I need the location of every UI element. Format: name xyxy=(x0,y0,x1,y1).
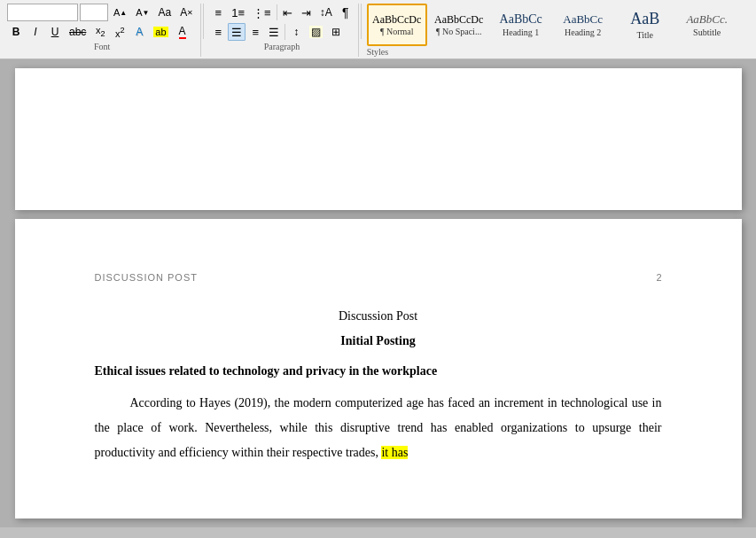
document-heading: Ethical issues related to technology and… xyxy=(95,364,662,378)
style-title-preview: AaB xyxy=(630,10,659,29)
ribbon-content: Times New Roman 12 A▲ A▼ Aa A✕ B I U abc… xyxy=(0,0,756,59)
document-subtitle: Initial Posting xyxy=(95,334,662,348)
bullets-button[interactable]: ≡ xyxy=(209,4,227,21)
style-heading1[interactable]: AaBbCc Heading 1 xyxy=(491,4,551,46)
style-nospace-preview: AaBbCcDc xyxy=(434,13,483,26)
body-paragraph-1: According to Hayes (2019), the modern co… xyxy=(95,391,662,465)
style-title-label: Title xyxy=(636,30,653,40)
font-controls-row2: B I U abc x2 x2 A ab A xyxy=(7,23,197,41)
para-row1: ≡ 1≡ ⋮≡ ⇤ ⇥ ↕A ¶ xyxy=(209,4,354,21)
eraser-icon: ✕ xyxy=(187,9,193,17)
style-subtitle[interactable]: AaBbCc. Subtitle xyxy=(677,4,737,46)
font-color-icon: A xyxy=(179,25,186,39)
font-size-input[interactable]: 12 xyxy=(80,4,108,21)
italic-button[interactable]: I xyxy=(27,23,44,41)
align-center-button[interactable]: ☰ xyxy=(228,23,246,41)
text-highlight-button[interactable]: ab xyxy=(150,23,171,41)
show-marks-button[interactable]: ¶ xyxy=(337,4,355,21)
para-styles-divider xyxy=(361,4,362,39)
styles-section: AaBbCcDc ¶ Normal AaBbCcDc ¶ No Spaci...… xyxy=(363,4,752,57)
clear-format-icon: A xyxy=(180,6,187,19)
highlighted-text: it has xyxy=(381,446,408,459)
decrease-indent-button[interactable]: ⇤ xyxy=(279,4,297,21)
strikethrough-button[interactable]: abc xyxy=(66,23,90,41)
multilevel-list-icon: ⋮≡ xyxy=(253,6,271,19)
paragraph-section-label: Paragraph xyxy=(209,41,354,51)
style-heading2-label: Heading 2 xyxy=(565,27,601,37)
style-heading1-preview: AaBbCc xyxy=(500,12,542,27)
style-normal-label: ¶ Normal xyxy=(380,27,414,36)
underline-button[interactable]: U xyxy=(46,23,64,41)
style-title[interactable]: AaB Title xyxy=(615,4,675,46)
para-divider1 xyxy=(277,4,277,20)
change-case-button[interactable]: Aa xyxy=(155,4,175,21)
decrease-indent-icon: ⇤ xyxy=(283,6,292,19)
font-controls-row1: Times New Roman 12 A▲ A▼ Aa A✕ xyxy=(7,4,197,21)
page-2: DISCUSSION POST 2 Discussion Post Initia… xyxy=(15,219,742,519)
multilevel-list-button[interactable]: ⋮≡ xyxy=(249,4,275,21)
superscript-button[interactable]: x2 xyxy=(111,23,129,41)
strikethrough-icon: abc xyxy=(69,26,86,38)
style-normal-preview: AaBbCcDc xyxy=(372,13,421,26)
ribbon: Times New Roman 12 A▲ A▼ Aa A✕ B I U abc… xyxy=(0,0,756,59)
superscript-icon: x2 xyxy=(115,26,125,39)
styles-row: AaBbCcDc ¶ Normal AaBbCcDc ¶ No Spaci...… xyxy=(367,4,749,46)
style-subtitle-label: Subtitle xyxy=(693,27,721,37)
underline-icon: U xyxy=(51,26,59,38)
text-effects-icon: A xyxy=(136,26,143,38)
subscript-button[interactable]: x2 xyxy=(91,23,109,41)
sort-button[interactable]: ↕A xyxy=(316,4,336,21)
document-area: DISCUSSION POST 2 Discussion Post Initia… xyxy=(0,59,756,527)
text-effects-button[interactable]: A xyxy=(130,23,148,41)
shading-icon: ▨ xyxy=(309,26,323,38)
shrink-font-button[interactable]: A▼ xyxy=(132,4,152,21)
shrink-font-icon: A xyxy=(136,7,142,18)
font-section-label: Font xyxy=(7,41,197,51)
shading-button[interactable]: ▨ xyxy=(306,23,326,41)
style-heading2[interactable]: AaBbCc Heading 2 xyxy=(553,4,613,46)
numbering-icon: 1≡ xyxy=(231,6,245,19)
numbering-button[interactable]: 1≡ xyxy=(228,4,248,21)
style-nospace[interactable]: AaBbCcDc ¶ No Spaci... xyxy=(429,4,489,46)
italic-icon: I xyxy=(34,26,36,38)
subscript-icon: x2 xyxy=(96,25,105,38)
shrink-icon-arrow: ▼ xyxy=(143,9,150,17)
sort-icon: ↕A xyxy=(320,6,332,19)
styles-section-label: Styles xyxy=(367,46,749,57)
justify-button[interactable]: ☰ xyxy=(265,23,283,41)
font-name-input[interactable]: Times New Roman xyxy=(7,4,78,21)
grow-font-button[interactable]: A▲ xyxy=(110,4,130,21)
change-case-icon: Aa xyxy=(159,6,172,19)
font-para-divider xyxy=(203,4,204,39)
increase-indent-icon: ⇥ xyxy=(301,6,311,19)
style-normal[interactable]: AaBbCcDc ¶ Normal xyxy=(367,4,427,46)
borders-icon: ⊞ xyxy=(331,26,340,38)
line-spacing-icon: ↕ xyxy=(293,26,299,38)
document-title: Discussion Post xyxy=(95,309,662,324)
style-heading2-preview: AaBbCc xyxy=(563,12,603,27)
line-spacing-button[interactable]: ↕ xyxy=(287,23,305,41)
running-head: DISCUSSION POST 2 xyxy=(95,272,662,283)
page-number: 2 xyxy=(656,272,661,283)
running-head-text: DISCUSSION POST xyxy=(95,272,198,283)
style-heading1-label: Heading 1 xyxy=(503,27,539,37)
para-row2: ≡ ☰ ≡ ☰ ↕ ▨ ⊞ xyxy=(209,23,354,41)
align-right-button[interactable]: ≡ xyxy=(246,23,264,41)
grow-font-icon: A xyxy=(113,7,120,18)
borders-button[interactable]: ⊞ xyxy=(327,23,345,41)
document-body: According to Hayes (2019), the modern co… xyxy=(95,391,662,465)
font-section: Times New Roman 12 A▲ A▼ Aa A✕ B I U abc… xyxy=(4,4,201,57)
align-left-icon: ≡ xyxy=(214,26,222,39)
bold-button[interactable]: B xyxy=(7,23,25,41)
paragraph-section: ≡ 1≡ ⋮≡ ⇤ ⇥ ↕A ¶ ≡ ☰ ≡ ☰ ↕ ▨ ⊞ xyxy=(206,4,358,57)
grow-icon-arrow: ▲ xyxy=(120,9,127,17)
font-color-button[interactable]: A xyxy=(174,23,191,41)
bold-icon: B xyxy=(12,26,20,38)
increase-indent-button[interactable]: ⇥ xyxy=(298,4,316,21)
para-divider2 xyxy=(284,24,285,40)
show-marks-icon: ¶ xyxy=(342,5,349,19)
justify-icon: ☰ xyxy=(269,26,279,39)
clear-format-button[interactable]: A✕ xyxy=(176,4,197,21)
text-highlight-icon: ab xyxy=(153,27,168,37)
align-left-button[interactable]: ≡ xyxy=(209,23,227,41)
